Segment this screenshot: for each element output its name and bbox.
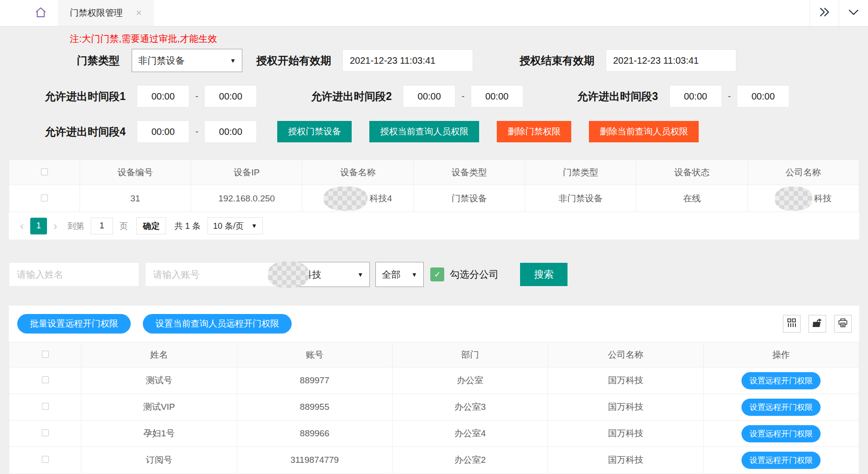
row-select-cell: [9, 367, 81, 394]
set-remote-open-button[interactable]: 设置远程开门权限: [741, 425, 821, 442]
period-2-to-input[interactable]: [471, 85, 523, 107]
time-periods-row-2: 允许进出时间段4 - 授权门禁设备 授权当前查询人员权限 删除门禁权限 删除当前…: [0, 120, 868, 143]
device-table-panel: 设备编号 设备IP 设备名称 设备类型 门禁类型 设备状态 公司名称 31 19…: [9, 160, 859, 240]
actions-cell: 设置远程开门权限: [703, 421, 859, 447]
export-button[interactable]: [808, 315, 826, 333]
account-cell: 889977: [237, 367, 392, 394]
close-icon[interactable]: ×: [136, 8, 142, 18]
row-checkbox[interactable]: [42, 376, 49, 383]
device-type-cell: 门禁设备: [414, 185, 525, 212]
caret-down-icon: ▼: [411, 271, 417, 278]
branch-checkbox[interactable]: ✓: [430, 267, 444, 281]
set-remote-open-button[interactable]: 设置远程开门权限: [741, 399, 821, 416]
next-page-button[interactable]: ›: [49, 220, 62, 232]
row-checkbox[interactable]: [42, 429, 49, 436]
actions-cell: 设置远程开门权限: [703, 447, 859, 474]
period-group-3: 允许进出时间段3 -: [549, 85, 789, 107]
caret-down-icon: ▼: [230, 57, 236, 64]
period-group-4: 允许进出时间段4 -: [17, 120, 257, 143]
current-persons-remote-open-button[interactable]: 设置当前查询人员远程开门权限: [143, 314, 292, 334]
person-name-cell: 孕妇1号: [81, 421, 237, 447]
print-button[interactable]: [834, 315, 852, 333]
door-type-select[interactable]: 非门禁设备 ▼: [132, 49, 242, 72]
select-all-cell: [9, 160, 80, 185]
blurred-text: [775, 187, 812, 211]
period-1-to-input[interactable]: [204, 85, 257, 107]
chevron-down-icon: [848, 9, 859, 18]
tab-bar: 门禁权限管理 ×: [0, 0, 868, 27]
auth-end-input[interactable]: [606, 49, 736, 72]
set-remote-open-button[interactable]: 设置远程开门权限: [741, 372, 821, 389]
company-cell: 国万科技: [548, 421, 703, 447]
device-table-row: 31 192.168.0.250 科技4 门禁设备 非门禁设备 在线 科技: [9, 185, 859, 212]
person-panel: 批量设置远程开门权限 设置当前查询人员远程开门权限: [9, 306, 859, 474]
department-cell: 办公室: [392, 367, 548, 394]
row-checkbox[interactable]: [42, 456, 49, 463]
goto-confirm-button[interactable]: 确定: [136, 217, 166, 234]
printer-icon: [838, 318, 848, 329]
person-search-row: 科技 ▼ 全部 ▼ ✓ 勾选分公司 搜索: [0, 262, 868, 287]
col-device-status: 设备状态: [636, 160, 748, 185]
delete-door-permission-button[interactable]: 删除门禁权限: [497, 121, 571, 142]
company-cell: 国万科技: [548, 367, 703, 394]
select-all-checkbox[interactable]: [41, 168, 48, 175]
period-3-to-input[interactable]: [737, 85, 789, 107]
columns-icon: [787, 318, 796, 329]
batch-remote-open-button[interactable]: 批量设置远程开门权限: [17, 314, 131, 334]
scope-select[interactable]: 全部 ▼: [375, 262, 424, 287]
delete-current-persons-button[interactable]: 删除当前查询人员权限: [589, 121, 699, 142]
tab-door-permission[interactable]: 门禁权限管理 ×: [58, 0, 154, 26]
department-cell: 办公室2: [392, 447, 548, 474]
row-checkbox[interactable]: [42, 403, 49, 410]
period-group-1: 允许进出时间段1 -: [17, 85, 257, 107]
page-size-select[interactable]: 10 条/页 ▼: [207, 217, 263, 234]
home-button[interactable]: [23, 0, 58, 26]
col-company-name: 公司名称: [748, 160, 859, 185]
column-filter-button[interactable]: [783, 315, 801, 333]
period-4-to-input[interactable]: [204, 120, 257, 143]
period-2-from-input[interactable]: [403, 85, 455, 107]
row-checkbox[interactable]: [41, 194, 48, 201]
tab-label: 门禁权限管理: [70, 7, 123, 19]
set-remote-open-button[interactable]: 设置远程开门权限: [741, 452, 821, 469]
auth-start-input[interactable]: [342, 49, 473, 72]
period-4-from-input[interactable]: [137, 120, 189, 143]
period-1-from-input[interactable]: [137, 85, 189, 107]
name-search-input[interactable]: [9, 262, 139, 287]
actions-cell: 设置远程开门权限: [703, 367, 859, 394]
prev-page-button[interactable]: ‹: [15, 220, 28, 232]
auth-form-row-1: 门禁类型 非门禁设备 ▼ 授权开始有效期 授权结束有效期: [0, 49, 868, 72]
col-device-name: 设备名称: [302, 160, 414, 185]
col-person-name: 姓名: [81, 342, 237, 367]
account-search-input[interactable]: [145, 262, 275, 287]
total-count-label: 共 1 条: [174, 220, 200, 232]
tab-menu-button[interactable]: [839, 0, 868, 26]
person-table-row: 测试号 889977 办公室 国万科技 设置远程开门权限: [9, 367, 859, 394]
goto-page-input[interactable]: [91, 218, 113, 234]
table-tools: [783, 315, 852, 333]
expand-tabs-button[interactable]: [809, 0, 839, 26]
dash-separator: -: [461, 91, 464, 101]
department-cell: 办公室3: [392, 394, 548, 421]
export-icon: [813, 318, 822, 329]
page-size-value: 10 条/页: [213, 220, 244, 232]
device-id-cell: 31: [80, 185, 191, 212]
period-3-from-input[interactable]: [669, 85, 722, 107]
col-company: 公司名称: [548, 342, 703, 367]
page-label: 页: [120, 220, 128, 232]
period-group-2: 允许进出时间段2 -: [283, 85, 523, 107]
door-type-cell: 非门禁设备: [525, 185, 636, 212]
col-device-ip: 设备IP: [191, 160, 302, 185]
select-all-checkbox[interactable]: [42, 351, 49, 358]
goto-label: 到第: [67, 220, 84, 232]
search-button[interactable]: 搜索: [520, 263, 568, 286]
device-table: 设备编号 设备IP 设备名称 设备类型 门禁类型 设备状态 公司名称 31 19…: [9, 160, 859, 212]
col-door-type: 门禁类型: [525, 160, 636, 185]
authorize-current-persons-button[interactable]: 授权当前查询人员权限: [369, 121, 479, 142]
department-cell: 办公室4: [392, 421, 548, 447]
current-page-button[interactable]: 1: [30, 218, 47, 234]
device-ip-cell: 192.168.0.250: [191, 185, 302, 212]
approval-note: 注:大门门禁,需要通过审批,才能生效: [70, 33, 868, 45]
company-select[interactable]: 科技 ▼: [281, 262, 370, 287]
authorize-device-button[interactable]: 授权门禁设备: [277, 121, 352, 142]
